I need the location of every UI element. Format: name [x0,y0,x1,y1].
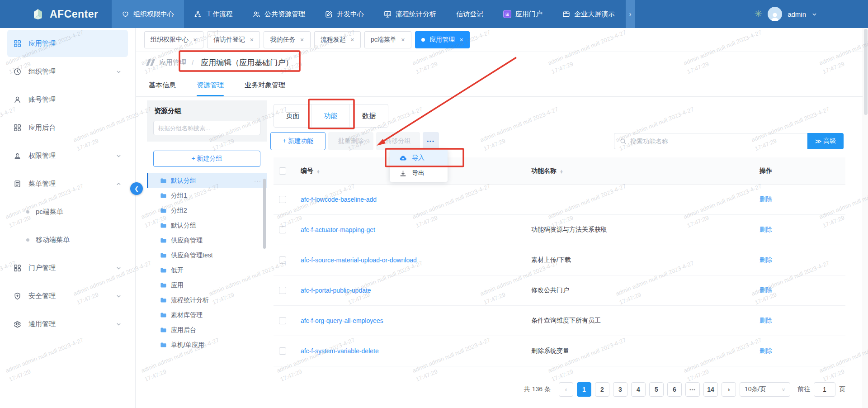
close-tab-icon[interactable]: ✕ [250,37,254,43]
row-checkbox[interactable] [279,256,286,264]
delete-link[interactable]: 删除 [760,195,845,204]
function-code-link[interactable]: afc-f-system-variable-delete [301,347,531,355]
close-tab-icon[interactable]: ✕ [193,37,197,43]
group-item[interactable]: 分组2 [147,203,267,218]
page-button-2[interactable]: 2 [595,382,609,397]
batch-delete-button[interactable]: 批量删除 [328,132,373,150]
sidebar-item-通用管理[interactable]: 通用管理 [7,310,128,337]
resource-tab-数据[interactable]: 数据 [350,104,388,127]
open-tab-组织权限中心[interactable]: 组织权限中心✕ [144,31,203,48]
page-ellipsis[interactable]: ••• [685,382,700,397]
goto-page-input[interactable] [814,382,835,397]
sort-carets-icon[interactable]: ▲▼ [560,170,563,174]
group-item[interactable]: 应用后台 [147,323,267,337]
close-tab-icon[interactable]: ✕ [401,37,405,43]
sidebar-item-应用后台[interactable]: 应用后台 [7,114,128,141]
username[interactable]: admin [788,10,806,18]
group-item[interactable]: 供应商管理 [147,233,267,248]
function-code-link[interactable]: afc-f-lowcode-baseline-add [301,196,531,203]
delete-link[interactable]: 删除 [760,286,845,294]
open-tab-我的任务[interactable]: 我的任务✕ [264,31,310,48]
group-item[interactable]: 供应商管理test [147,248,267,263]
sidebar-item-权限管理[interactable]: 权限管理 [7,142,128,169]
page-scrollbar[interactable] [863,28,868,408]
nav-item-1[interactable]: 组织权限中心 [112,0,184,28]
group-item[interactable]: 单机/单应用 [147,337,267,352]
group-search-input[interactable] [153,121,260,135]
new-group-button[interactable]: + 新建分组 [153,151,260,167]
open-tab-应用管理[interactable]: 应用管理✕ [415,31,470,48]
scrollbar-thumb[interactable] [864,29,868,115]
page-button-4[interactable]: 4 [631,382,646,397]
group-list-scrollbar[interactable] [263,179,266,249]
group-item[interactable]: 默认分组··· [147,173,267,188]
function-code-link[interactable]: afc-f-source-material-upload-or-download [301,256,531,264]
select-all-checkbox[interactable] [279,167,286,175]
new-function-button[interactable]: + 新建功能 [270,132,326,150]
nav-overflow-button[interactable]: › [626,0,635,28]
function-code-link[interactable]: afc-f-actuator-mapping-get [301,226,531,233]
group-more-icon[interactable]: ··· [254,177,261,184]
tab-基本信息[interactable]: 基本信息 [149,74,176,96]
group-item[interactable]: 默认分组 [147,218,267,233]
row-checkbox[interactable] [279,347,286,355]
chevron-down-icon[interactable] [811,11,817,17]
dropdown-item-导入[interactable]: 导入 [390,150,448,166]
tab-资源管理[interactable]: 资源管理 [197,74,224,96]
page-button-6[interactable]: 6 [667,382,682,397]
transfer-group-button[interactable]: 转移分组 [376,132,420,150]
sort-carets-icon[interactable]: ▲▼ [316,170,320,174]
sidebar-item-应用管理[interactable]: 应用管理 [7,30,128,57]
group-item[interactable]: 分组1 [147,188,267,203]
sidebar-collapse-button[interactable]: ❮ [130,182,143,195]
row-checkbox[interactable] [279,196,286,203]
sidebar-item-组织管理[interactable]: 组织管理 [7,58,128,85]
nav-item-4[interactable]: 开发中心 [315,0,374,28]
page-button-5[interactable]: 5 [649,382,664,397]
next-page-button[interactable]: › [722,382,736,397]
function-code-link[interactable]: afc-f-portal-public-update [301,287,531,294]
advanced-search-button[interactable]: ≫ 高级 [807,133,844,149]
group-item[interactable]: 流程统计分析 [147,293,267,308]
row-checkbox[interactable] [279,317,286,324]
close-tab-icon[interactable]: ✕ [459,37,463,43]
page-button-14[interactable]: 14 [703,382,718,397]
tab-业务对象管理[interactable]: 业务对象管理 [245,74,285,96]
group-item[interactable]: 低开 [147,263,267,278]
nav-item-3[interactable]: 公共资源管理 [243,0,315,28]
page-button-1[interactable]: 1 [577,382,591,397]
sidebar-subitem-pc端菜单[interactable]: pc端菜单 [7,198,128,225]
dropdown-item-导出[interactable]: 导出 [390,166,448,181]
open-tab-pc端菜单[interactable]: pc端菜单✕ [364,31,411,48]
nav-item-2[interactable]: 工作流程 [184,0,243,28]
function-code-link[interactable]: afc-f-org-query-all-employees [301,317,531,324]
assistant-logo-icon[interactable]: ✳ [755,9,763,19]
resource-tab-页面[interactable]: 页面 [274,104,312,127]
nav-item-5[interactable]: 流程统计分析 [374,0,446,28]
delete-link[interactable]: 删除 [760,256,845,264]
resource-tab-功能[interactable]: 功能 [312,104,350,127]
avatar[interactable] [768,7,782,21]
breadcrumb-root[interactable]: 应用管理 [159,58,186,67]
nav-item-8[interactable]: 企业大屏演示 [552,0,625,28]
row-checkbox[interactable] [279,287,286,294]
page-button-3[interactable]: 3 [613,382,627,397]
sidebar-item-安全管理[interactable]: 安全管理 [7,282,128,309]
group-item[interactable]: 素材库管理 [147,308,267,323]
close-tab-icon[interactable]: ✕ [350,37,354,43]
nav-item-7[interactable]: ⊞应用门户 [493,0,552,28]
group-item[interactable]: 应用 [147,278,267,293]
sidebar-item-菜单管理[interactable]: 菜单管理 [7,170,128,197]
delete-link[interactable]: 删除 [760,347,845,355]
nav-item-6[interactable]: 信访登记 [446,0,493,28]
delete-link[interactable]: 删除 [760,317,845,325]
page-size-select[interactable]: 10条/页∨ [740,382,790,397]
column-header-name[interactable]: 功能名称▲▼ [531,167,760,175]
prev-page-button[interactable]: ‹ [559,382,573,397]
function-search-input[interactable] [630,138,802,145]
open-tab-信访件登记[interactable]: 信访件登记✕ [207,31,260,48]
more-actions-button[interactable]: ••• [423,132,439,150]
open-tab-流程发起[interactable]: 流程发起✕ [314,31,361,48]
sidebar-item-账号管理[interactable]: 账号管理 [7,86,128,113]
row-checkbox[interactable] [279,226,286,233]
